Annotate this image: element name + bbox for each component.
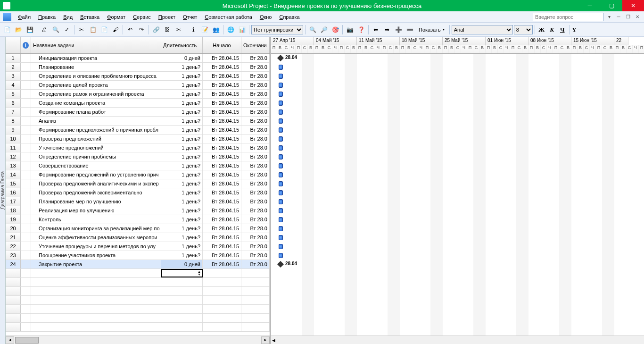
spellcheck-icon[interactable]: ✓ [62, 25, 72, 35]
row-number[interactable]: 7 [6, 108, 21, 116]
start-cell[interactable]: Вт 28.04.15 [203, 117, 241, 125]
task-row[interactable]: 18 Реализация мер по улучшению 1 день? В… [6, 206, 270, 215]
row-number[interactable]: 20 [6, 224, 21, 233]
row-number[interactable]: 24 [6, 260, 21, 268]
row-number[interactable]: 18 [6, 206, 21, 215]
start-cell[interactable]: Вт 28.04.15 [203, 134, 241, 143]
duration-cell[interactable]: 1 день? [161, 99, 203, 107]
print-preview-icon[interactable]: 🔍 [50, 25, 61, 35]
scroll-thumb[interactable] [15, 337, 39, 344]
header-indicator[interactable]: i [21, 37, 31, 53]
task-row[interactable]: 9 Формирование предположений о причинах … [6, 126, 270, 134]
row-number[interactable]: 5 [6, 90, 21, 98]
milestone-icon[interactable] [277, 55, 284, 61]
mdi-close-icon[interactable]: ✕ [634, 13, 641, 21]
finish-cell[interactable]: Вт 28.0 [241, 260, 270, 268]
task-name-cell[interactable]: Определение и описание проблемного проце… [31, 72, 161, 80]
row-number[interactable]: 17 [6, 197, 21, 206]
help-icon[interactable]: ❓ [356, 25, 366, 35]
row-number[interactable]: 23 [6, 251, 21, 260]
row-number[interactable]: 16 [6, 188, 21, 197]
task-name-cell[interactable]: Уточнение предположений [31, 143, 161, 152]
start-cell[interactable]: Вт 28.04.15 [203, 108, 241, 116]
menu-проект[interactable]: Проект [155, 13, 179, 21]
menu-правка[interactable]: Правка [34, 13, 59, 21]
publish-icon[interactable]: 🌐 [225, 25, 236, 35]
task-row[interactable]: 7 Формирование плана работ 1 день? Вт 28… [6, 108, 270, 117]
view-tab[interactable]: Диаграмма Ганта [0, 37, 6, 344]
start-cell[interactable]: Вт 28.04.15 [203, 170, 241, 179]
task-row[interactable]: 23 Поощрение участников проекта 1 день? … [6, 251, 270, 260]
show-subtasks-icon[interactable]: ➕ [393, 25, 404, 35]
finish-cell[interactable]: Вт 28.0 [241, 90, 270, 98]
finish-cell[interactable]: Вт 28.0 [241, 206, 270, 215]
duration-cell[interactable]: 1 день? [161, 179, 203, 188]
task-row[interactable]: 5 Определение рамок и ограничений проект… [6, 90, 270, 99]
font-select[interactable]: Arial [452, 25, 513, 34]
task-row[interactable]: 11 Уточнение предположений 1 день? Вт 28… [6, 143, 270, 152]
finish-cell[interactable]: Вт 28.0 [241, 134, 270, 143]
bold-button[interactable]: Ж [537, 25, 546, 34]
milestone-icon[interactable] [277, 261, 284, 268]
task-row[interactable]: 4 Определение целей проекта 1 день? Вт 2… [6, 81, 270, 90]
duration-cell[interactable]: 0 дней [161, 54, 203, 62]
duration-cell[interactable]: 1 день? [161, 224, 203, 233]
redo-icon[interactable]: ↷ [136, 25, 147, 35]
menu-справка[interactable]: Справка [275, 13, 303, 21]
finish-cell[interactable]: Вт 28.0 [241, 161, 270, 170]
finish-cell[interactable]: Вт 28.0 [241, 63, 270, 71]
finish-cell[interactable]: Вт 28.0 [241, 197, 270, 206]
task-name-cell[interactable]: Определение рамок и ограничений проекта [31, 90, 161, 98]
italic-button[interactable]: К [547, 25, 557, 34]
start-cell[interactable]: Вт 28.04.15 [203, 215, 241, 224]
task-bar[interactable] [279, 154, 283, 159]
undo-icon[interactable]: ↶ [125, 25, 135, 35]
task-bar[interactable] [279, 74, 283, 79]
help-dropdown-icon[interactable]: ▾ [605, 13, 613, 21]
start-cell[interactable]: Вт 28.04.15 [203, 90, 241, 98]
task-row[interactable]: 22 Уточнение процедуры и перечня методов… [6, 242, 270, 251]
duration-cell[interactable]: 1 день? [161, 188, 203, 197]
task-bar[interactable] [279, 101, 283, 106]
task-name-cell[interactable]: Определение целей проекта [31, 81, 161, 89]
duration-cell[interactable]: 1 день? [161, 251, 203, 260]
task-name-cell[interactable]: Проверка предложений экспериментально [31, 188, 161, 197]
task-bar[interactable] [279, 181, 283, 186]
task-row[interactable]: 1 Инициализация проекта 0 дней Вт 28.04.… [6, 54, 270, 63]
gantt-body[interactable]: 28.0428.04 [271, 54, 644, 336]
finish-cell[interactable]: Вт 28.0 [241, 54, 270, 62]
task-name-cell[interactable]: Контроль [31, 215, 161, 224]
row-number[interactable]: 10 [6, 134, 21, 143]
task-name-cell[interactable]: Анализ [31, 117, 161, 125]
finish-cell[interactable]: Вт 28.0 [241, 108, 270, 116]
row-number[interactable]: 14 [6, 170, 21, 179]
font-size-select[interactable]: 8 [514, 25, 533, 34]
row-number[interactable]: 2 [6, 63, 21, 71]
menu-файл[interactable]: Файл [14, 13, 34, 21]
task-name-cell[interactable]: Формирование плана работ [31, 108, 161, 116]
assign-resources-icon[interactable]: 👥 [211, 25, 221, 35]
paste-icon[interactable]: 📄 [99, 25, 109, 35]
duration-cell[interactable]: 1 день? [161, 143, 203, 152]
scroll-right-icon[interactable]: ► [261, 336, 270, 344]
gantt-scroll-left-icon[interactable]: ◄ [271, 337, 276, 343]
header-rownum[interactable] [6, 37, 21, 53]
duration-cell[interactable]: 1 день? [161, 215, 203, 224]
start-cell[interactable]: Вт 28.04.15 [203, 143, 241, 152]
task-bar[interactable] [279, 208, 283, 213]
header-start[interactable]: Начало [203, 37, 241, 53]
row-number[interactable]: 19 [6, 215, 21, 224]
new-icon[interactable]: 📄 [2, 25, 12, 35]
header-finish[interactable]: Окончани [241, 37, 270, 53]
outdent-icon[interactable]: ⬅ [371, 25, 381, 35]
start-cell[interactable]: Вт 28.04.15 [203, 251, 241, 260]
task-row[interactable]: 6 Создание команды проекта 1 день? Вт 28… [6, 99, 270, 108]
zoom-out-icon[interactable]: 🔍 [307, 25, 318, 35]
row-number[interactable]: 9 [6, 126, 21, 134]
start-cell[interactable]: Вт 28.04.15 [203, 81, 241, 89]
maximize-button[interactable]: ▢ [601, 0, 622, 11]
duration-cell[interactable]: 1 день? [161, 170, 203, 179]
task-bar[interactable] [279, 127, 283, 133]
duration-cell[interactable]: 0 дней [161, 260, 203, 268]
start-cell[interactable]: Вт 28.04.15 [203, 197, 241, 206]
